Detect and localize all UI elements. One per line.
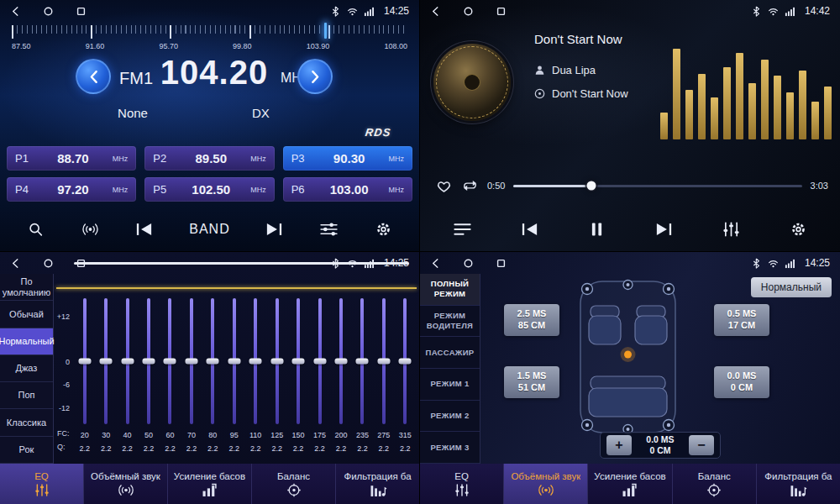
recents-square-icon[interactable] (496, 258, 507, 269)
tab-eq-sliders[interactable]: EQ (420, 464, 504, 504)
settings-button[interactable] (370, 218, 396, 241)
eq-band-slider[interactable] (168, 298, 171, 424)
eq-slider-knob[interactable] (270, 359, 283, 365)
preset-button-p2[interactable]: P289.50MHz (144, 146, 274, 171)
band-button[interactable]: BAND (186, 218, 233, 240)
eq-slider-knob[interactable] (228, 359, 240, 365)
delay-box-front-left[interactable]: 2.5 MS 85 CM (504, 304, 559, 336)
preset-button-p3[interactable]: P390.30MHz (283, 146, 412, 171)
listening-mode-item-4[interactable]: РЕЖИМ 2 (420, 401, 480, 433)
eq-slider-knob[interactable] (334, 359, 347, 365)
eq-band-slider[interactable] (104, 298, 108, 424)
tab-surround[interactable]: Объёмный звук (84, 464, 168, 504)
back-icon[interactable] (10, 6, 21, 17)
listening-mode-item-1[interactable]: РЕЖИМ ВОДИТЕЛЯ (420, 306, 480, 338)
home-circle-icon[interactable] (463, 6, 474, 17)
tab-balance[interactable]: Баланс (673, 464, 757, 504)
eq-band-slider[interactable] (339, 298, 343, 424)
broadcast-button[interactable] (77, 218, 103, 241)
delay-box-front-right[interactable]: 0.5 MS 17 CM (714, 304, 769, 336)
eq-band-slider[interactable] (276, 298, 279, 424)
eq-band-slider[interactable] (83, 298, 87, 424)
eq-slider-knob[interactable] (78, 359, 91, 365)
eq-slider-knob[interactable] (164, 359, 176, 365)
tune-up-button[interactable] (297, 59, 333, 94)
next-track-button[interactable] (651, 218, 677, 241)
home-circle-icon[interactable] (463, 258, 474, 269)
eq-preset-item-0[interactable]: По умолчанию (0, 274, 53, 301)
tab-balance[interactable]: Баланс (252, 464, 336, 504)
eq-band-slider[interactable] (318, 298, 322, 424)
home-circle-icon[interactable] (43, 258, 54, 269)
favorite-heart-icon[interactable] (435, 178, 453, 193)
tab-bass-boost[interactable]: Усиление басов (588, 464, 672, 504)
recents-square-icon[interactable] (76, 6, 87, 17)
eq-slider-knob[interactable] (207, 359, 219, 365)
eq-band-slider[interactable] (211, 298, 214, 424)
eq-preset-item-3[interactable]: Джаз (0, 355, 53, 382)
settings-button[interactable] (785, 218, 811, 241)
preset-button-p4[interactable]: P497.20MHz (7, 177, 136, 202)
eq-slider-knob[interactable] (249, 359, 262, 365)
listening-mode-item-0[interactable]: ПОЛНЫЙ РЕЖИМ (420, 274, 480, 306)
home-circle-icon[interactable] (43, 6, 54, 17)
eq-band-slider[interactable] (254, 298, 257, 424)
previous-track-button[interactable] (517, 218, 543, 241)
station-scan-button[interactable] (23, 218, 49, 241)
equalizer-button[interactable] (718, 218, 744, 241)
eq-slider-knob[interactable] (143, 359, 155, 365)
eq-band-slider[interactable] (126, 298, 129, 424)
eq-slider-knob[interactable] (185, 359, 197, 365)
frequency-ruler[interactable]: 87.5091.6095.7099.80103.90108.00 (12, 25, 407, 55)
eq-slider-knob[interactable] (356, 359, 369, 365)
preset-button-p1[interactable]: P188.70MHz (7, 146, 136, 171)
delay-box-rear-left[interactable]: 1.5 MS 51 CM (504, 366, 559, 398)
seek-bar[interactable] (513, 185, 801, 187)
tab-eq-sliders[interactable]: EQ (0, 464, 84, 504)
delay-box-rear-right[interactable]: 0.0 MS 0 CM (714, 366, 769, 398)
eq-preset-item-5[interactable]: Классика (0, 409, 53, 436)
audio-settings-button[interactable] (316, 218, 342, 241)
eq-preset-item-1[interactable]: Обычай (0, 301, 53, 328)
eq-preset-item-4[interactable]: Поп (0, 382, 53, 409)
eq-band-slider[interactable] (190, 298, 193, 424)
recents-square-icon[interactable] (496, 6, 507, 17)
eq-band-slider[interactable] (233, 298, 236, 424)
playlist-button[interactable] (449, 218, 475, 241)
listening-mode-item-2[interactable]: ПАССАЖИР (420, 337, 480, 369)
eq-band-slider[interactable] (382, 298, 386, 424)
tab-surround[interactable]: Объёмный звук (504, 464, 588, 504)
eq-slider-knob[interactable] (399, 359, 412, 365)
listening-mode-item-5[interactable]: РЕЖИМ 3 (420, 432, 480, 464)
eq-slider-knob[interactable] (377, 359, 390, 365)
eq-preset-item-2[interactable]: Нормальный (0, 328, 53, 355)
preset-button-p5[interactable]: P5102.50MHz (144, 177, 274, 202)
next-station-button[interactable] (261, 218, 287, 241)
sound-profile-button[interactable]: Нормальный (751, 277, 832, 297)
eq-band-slider[interactable] (147, 298, 150, 424)
tab-subwoofer-filter[interactable]: Фильтрация ба (336, 464, 419, 504)
listening-mode-item-3[interactable]: РЕЖИМ 1 (420, 369, 480, 401)
pause-button[interactable] (584, 218, 610, 241)
seek-knob[interactable] (587, 181, 596, 191)
tune-down-button[interactable] (76, 59, 111, 94)
eq-band-slider[interactable] (297, 298, 300, 424)
eq-slider-knob[interactable] (313, 359, 326, 365)
eq-slider-knob[interactable] (292, 359, 305, 365)
eq-slider-knob[interactable] (100, 359, 113, 365)
eq-band-slider[interactable] (403, 298, 407, 424)
preset-button-p6[interactable]: P6103.00MHz (283, 177, 412, 202)
delay-increase-button[interactable]: + (606, 435, 632, 455)
tab-bass-boost[interactable]: Усиление басов (168, 464, 252, 504)
previous-station-button[interactable] (131, 218, 157, 241)
eq-band-slider[interactable] (360, 298, 364, 424)
back-icon[interactable] (10, 258, 21, 269)
back-icon[interactable] (430, 6, 441, 17)
tab-subwoofer-filter[interactable]: Фильтрация ба (757, 464, 840, 504)
eq-preset-item-6[interactable]: Рок (0, 437, 53, 464)
back-icon[interactable] (430, 258, 441, 269)
eq-slider-knob[interactable] (121, 359, 134, 365)
repeat-icon[interactable] (461, 178, 479, 193)
bands-scrollbar[interactable] (74, 262, 409, 265)
delay-decrease-button[interactable]: − (689, 435, 714, 455)
